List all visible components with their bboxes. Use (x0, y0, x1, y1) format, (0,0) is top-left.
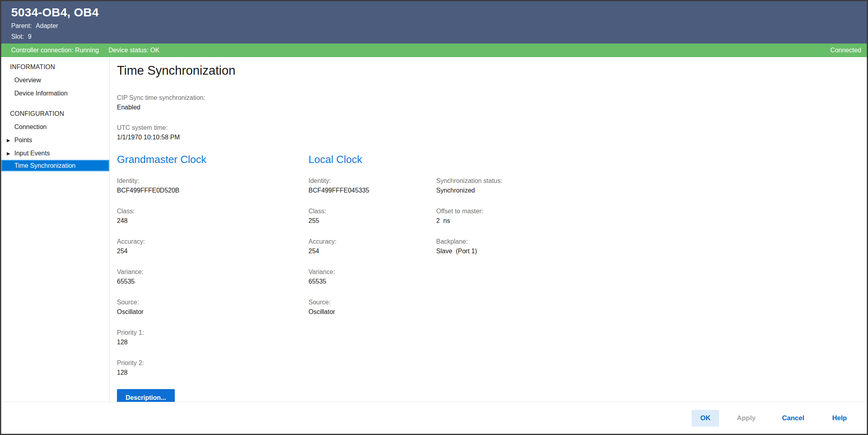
gm-class-value: 248 (117, 216, 308, 226)
sidebar-item-device-information[interactable]: Device Information (1, 87, 109, 100)
sidebar-item-label: Time Synchronization (14, 162, 75, 169)
sidebar-section-information: INFORMATION (1, 60, 109, 73)
lc-variance-value: 65535 (308, 276, 436, 287)
lc-accuracy-label: Accuracy: (308, 237, 436, 246)
sync-status-value: Synchronized (436, 185, 867, 196)
footer-bar: OK Apply Cancel Help (1, 402, 867, 434)
utc-time-label: UTC system time: (117, 123, 867, 132)
clock-columns: Grandmaster Clock Identity: BCF499FFFE0D… (117, 153, 867, 402)
lc-identity-label: Identity: (308, 176, 436, 185)
device-config-window: 5034-OB4, OB4 Parent:Adapter Slot:9 Cont… (0, 0, 868, 435)
gm-variance-field: Variance: 65535 (117, 267, 308, 287)
sidebar-section-gap (1, 100, 109, 107)
sidebar-item-label: Device Information (14, 90, 67, 97)
window-header: 5034-OB4, OB4 Parent:Adapter Slot:9 (1, 1, 867, 44)
sidebar-item-overview[interactable]: Overview (1, 73, 109, 87)
local-clock-section: Local Clock Identity: BCF499FFFE045335 C… (308, 153, 436, 402)
gm-accuracy-value: 254 (117, 246, 308, 256)
lc-source-value: Oscillator (308, 307, 436, 317)
offset-to-master-field: Offset to master: 2 ns (436, 207, 867, 226)
lc-class-value: 255 (308, 216, 436, 226)
device-title: 5034-OB4, OB4 (11, 4, 867, 20)
status-bar: Controller connection: Running Device st… (1, 44, 867, 57)
gm-priority1-field: Priority 1: 128 (117, 328, 308, 348)
gm-class-field: Class: 248 (117, 207, 308, 226)
gm-identity-label: Identity: (117, 176, 308, 185)
gm-accuracy-label: Accuracy: (117, 237, 308, 246)
apply-button[interactable]: Apply (731, 410, 761, 427)
gm-accuracy-field: Accuracy: 254 (117, 237, 308, 256)
cancel-button[interactable]: Cancel (776, 410, 810, 427)
sidebar-item-label: Points (14, 137, 32, 144)
gm-priority2-value: 128 (117, 367, 308, 378)
lc-class-label: Class: (308, 207, 436, 216)
slot-value: 9 (28, 33, 32, 40)
chevron-right-icon[interactable]: ▶ (7, 151, 10, 156)
gm-source-value: Oscillator (117, 307, 308, 317)
sidebar-item-label: Overview (14, 77, 41, 84)
slot-label: Slot: (11, 33, 24, 40)
sidebar-item-label: Input Events (14, 150, 50, 157)
offset-to-master-label: Offset to master: (436, 207, 867, 216)
parent-row: Parent:Adapter (11, 20, 867, 31)
gm-source-field: Source: Oscillator (117, 298, 308, 317)
ok-button[interactable]: OK (692, 410, 720, 427)
gm-priority1-value: 128 (117, 337, 308, 348)
backplane-value: Slave (Port 1) (436, 246, 867, 256)
main-content: Time Synchronization CIP Sync time synch… (110, 57, 867, 402)
lc-accuracy-value: 254 (308, 246, 436, 256)
gm-variance-value: 65535 (117, 276, 308, 287)
parent-value: Adapter (36, 22, 58, 29)
gm-variance-label: Variance: (117, 267, 308, 276)
device-status: Device status: OK (109, 47, 160, 54)
sidebar-item-input-events[interactable]: ▶ Input Events (1, 147, 109, 160)
grandmaster-clock-heading: Grandmaster Clock (117, 153, 308, 166)
local-clock-heading: Local Clock (308, 153, 436, 166)
gm-identity-field: Identity: BCF499FFFE0D520B (117, 176, 308, 196)
utc-time-field: UTC system time: 1/1/1970 10:10:58 PM (117, 123, 867, 143)
slot-row: Slot:9 (11, 31, 867, 42)
gm-identity-value: BCF499FFFE0D520B (117, 185, 308, 196)
description-button[interactable]: Description... (117, 389, 175, 402)
utc-time-value: 1/1/1970 10:10:58 PM (117, 132, 867, 143)
help-button[interactable]: Help (826, 410, 852, 427)
controller-connection-status: Controller connection: Running (11, 47, 99, 54)
sync-status-field: Synchronization status: Synchronized (436, 176, 867, 196)
connection-state: Connected (830, 47, 861, 54)
sidebar-item-connection[interactable]: Connection (1, 120, 109, 133)
lc-source-label: Source: (308, 298, 436, 307)
sidebar-item-points[interactable]: ▶ Points (1, 133, 109, 147)
gm-source-label: Source: (117, 298, 308, 307)
window-body: INFORMATION Overview Device Information … (1, 57, 867, 402)
cip-sync-value: Enabled (117, 102, 867, 113)
sync-status-section: Synchronization status: Synchronized Off… (436, 153, 867, 402)
gm-class-label: Class: (117, 207, 308, 216)
sidebar-section-configuration: CONFIGURATION (1, 107, 109, 120)
cip-sync-label: CIP Sync time synchronization: (117, 93, 867, 102)
lc-variance-label: Variance: (308, 267, 436, 276)
gm-priority2-label: Priority 2: (117, 358, 308, 367)
lc-class-field: Class: 255 (308, 207, 436, 226)
gm-priority1-label: Priority 1: (117, 328, 308, 337)
lc-variance-field: Variance: 65535 (308, 267, 436, 287)
sync-status-label: Synchronization status: (436, 176, 867, 185)
page-title: Time Synchronization (117, 64, 867, 78)
lc-identity-field: Identity: BCF499FFFE045335 (308, 176, 436, 196)
lc-identity-value: BCF499FFFE045335 (308, 185, 436, 196)
cip-sync-field: CIP Sync time synchronization: Enabled (117, 93, 867, 113)
lc-accuracy-field: Accuracy: 254 (308, 237, 436, 256)
lc-source-field: Source: Oscillator (308, 298, 436, 317)
general-fields: CIP Sync time synchronization: Enabled U… (117, 93, 867, 143)
gm-priority2-field: Priority 2: 128 (117, 358, 308, 378)
backplane-label: Backplane: (436, 237, 867, 246)
sidebar-item-time-synchronization[interactable]: Time Synchronization (1, 160, 109, 171)
backplane-field: Backplane: Slave (Port 1) (436, 237, 867, 256)
offset-to-master-value: 2 ns (436, 216, 867, 226)
sidebar-nav: INFORMATION Overview Device Information … (1, 57, 110, 402)
grandmaster-clock-section: Grandmaster Clock Identity: BCF499FFFE0D… (117, 153, 308, 402)
parent-label: Parent: (11, 22, 32, 29)
sidebar-item-label: Connection (14, 123, 47, 131)
chevron-right-icon[interactable]: ▶ (7, 137, 10, 143)
